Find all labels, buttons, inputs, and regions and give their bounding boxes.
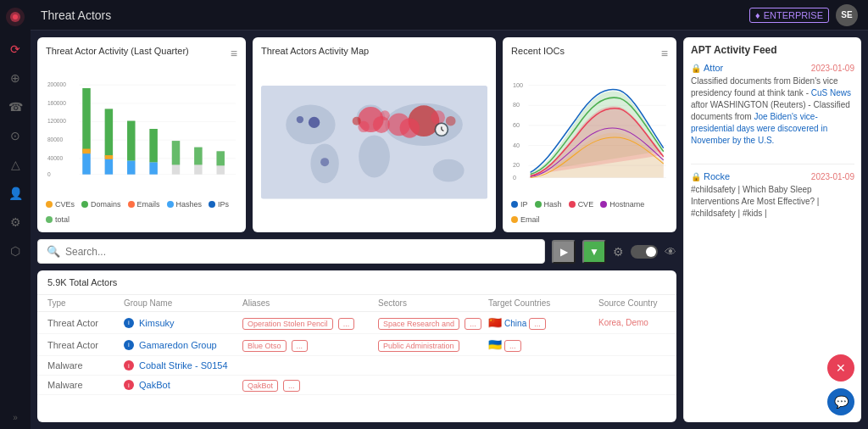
svg-rect-21 [105,157,113,175]
sector-tag[interactable]: Space Research and [378,318,459,330]
search-input[interactable] [65,246,536,258]
group-name-link[interactable]: Gamaredon Group [139,340,217,350]
svg-point-54 [446,116,456,126]
eye-icon[interactable]: 👁 [665,245,676,259]
table-columns: Type Group Name Aliases Sectors Target C… [37,295,676,312]
apt-item-2: 🔒 Rocke 2023-01-09 #childsafety | Which … [691,171,854,220]
bar-chart-svg: 200000 160000 120000 80000 40000 0 [46,61,237,197]
svg-rect-30 [172,141,180,164]
svg-text:160000: 160000 [47,100,66,106]
download-button[interactable]: ▼ [582,240,606,264]
alias-expand[interactable]: ... [338,318,355,330]
alias-tag[interactable]: Blue Otso [242,340,287,352]
svg-text:40: 40 [513,142,520,149]
toggle-switch[interactable] [631,245,658,259]
target-expand[interactable]: ... [504,340,521,352]
svg-rect-32 [194,148,202,165]
info-icon: i [124,380,134,390]
sector-tag[interactable]: Public Administration [378,340,459,352]
svg-rect-22 [105,155,113,159]
svg-point-50 [380,110,390,120]
target-tag[interactable]: China [504,319,526,328]
group-name-link[interactable]: QakBot [139,380,170,390]
apt-desc-2: #childsafety | Which Baby Sleep Interven… [691,184,854,220]
sidebar-icon-gear[interactable]: ⚙ [3,210,27,234]
svg-point-41 [433,159,465,182]
apt-actor-attor[interactable]: 🔒 Attor [691,63,723,73]
svg-text:0: 0 [513,174,516,181]
col-source-header: Source Country [598,298,666,308]
col-target-header: Target Countries [488,298,598,308]
map-chart-card: Threat Actors Activity Map [253,37,496,232]
sidebar-icon-hex[interactable]: ⬡ [3,239,27,263]
sidebar-icon-refresh[interactable]: ⟳ [3,37,27,61]
lock-icon-2: 🔒 [691,172,701,181]
alias-tag[interactable]: QakBot [242,380,278,392]
bar-chart-legend: CVEs Domains Emails Hashes IPs total [46,200,237,224]
svg-text:100: 100 [513,81,523,89]
sidebar: ⟳ ⊕ ☎ ⊙ △ 👤 ⚙ ⬡ » [0,0,31,429]
svg-point-46 [431,110,445,125]
sidebar-icon-target[interactable]: ⊙ [3,124,27,148]
table-body: Threat Actor i Kimsuky Operation Stolen … [37,312,676,422]
col-group-header: Group Name [124,298,242,308]
float-btn-chat[interactable]: 💬 [827,388,854,415]
svg-text:80000: 80000 [47,136,64,142]
lock-icon: 🔒 [691,64,701,73]
line-chart-card: Recent IOCs ≡ 100 80 60 40 20 0 [503,37,676,232]
apt-item-1: 🔒 Attor 2023-01-09 Classified documents … [691,63,854,147]
search-section: 🔍 ▶ ▼ ⚙ 👁 [37,239,676,264]
flag-icon: 🇺🇦 [488,338,502,351]
svg-rect-27 [149,129,157,163]
toggle-knob [646,247,656,257]
sidebar-icon-alerts[interactable]: ⊕ [3,66,27,90]
user-avatar[interactable]: SE [836,4,858,26]
actors-table: 5.9K Total Actors Type Group Name Aliase… [37,270,676,422]
table-row: Threat Actor i Kimsuky Operation Stolen … [37,312,676,334]
sidebar-icon-phone[interactable]: ☎ [3,95,27,119]
table-row: Malware i QakBot QakBot ... [37,376,676,395]
svg-rect-24 [127,121,135,161]
alias-tag[interactable]: Operation Stolen Pencil [242,318,333,330]
table-header: 5.9K Total Actors [37,270,676,295]
charts-row: Threat Actor Activity (Last Quarter) ≡ 2… [37,37,676,232]
group-name-link[interactable]: Kimsuky [139,318,175,328]
svg-point-52 [297,116,303,123]
target-expand[interactable]: ... [529,318,546,330]
search-icon: 🔍 [47,245,60,258]
world-map-svg [261,86,487,199]
float-buttons: ✕ 💬 [827,354,854,415]
sidebar-icon-alert2[interactable]: △ [3,153,27,176]
prev-button[interactable]: ▶ [552,240,576,264]
sidebar-icon-user[interactable]: 👤 [3,181,27,205]
bar-chart-menu[interactable]: ≡ [231,47,237,60]
svg-text:0: 0 [47,171,51,177]
line-chart-menu[interactable]: ≡ [661,47,668,60]
svg-rect-20 [105,109,113,157]
svg-point-39 [359,136,390,178]
info-icon: i [124,340,134,350]
group-name-link[interactable]: Cobalt Strike - S0154 [139,360,228,370]
svg-text:120000: 120000 [47,118,66,124]
apt-actor-rocke[interactable]: 🔒 Rocke [691,171,730,181]
svg-rect-34 [217,151,225,165]
apt-date-1: 2023-01-09 [811,64,854,73]
svg-point-49 [353,117,361,125]
page-title: Threat Actors [41,8,743,22]
apt-date-2: 2023-01-09 [811,172,854,181]
alias-expand[interactable]: ... [283,380,300,392]
sector-expand[interactable]: ... [465,318,481,330]
svg-text:20: 20 [513,161,520,169]
map-area [261,61,487,224]
sidebar-expand[interactable]: » [13,413,18,422]
svg-point-51 [309,117,320,128]
settings-icon[interactable]: ⚙ [613,245,624,259]
topbar: Threat Actors ♦ ENTERPRISE SE [31,0,868,31]
bar-chart-title: Threat Actor Activity (Last Quarter) [46,46,189,56]
float-btn-close[interactable]: ✕ [827,354,854,382]
line-chart-title: Recent IOCs [511,46,565,56]
svg-rect-16 [82,88,90,152]
svg-text:200000: 200000 [47,81,66,87]
alias-expand[interactable]: ... [292,340,309,352]
svg-rect-25 [127,161,135,175]
